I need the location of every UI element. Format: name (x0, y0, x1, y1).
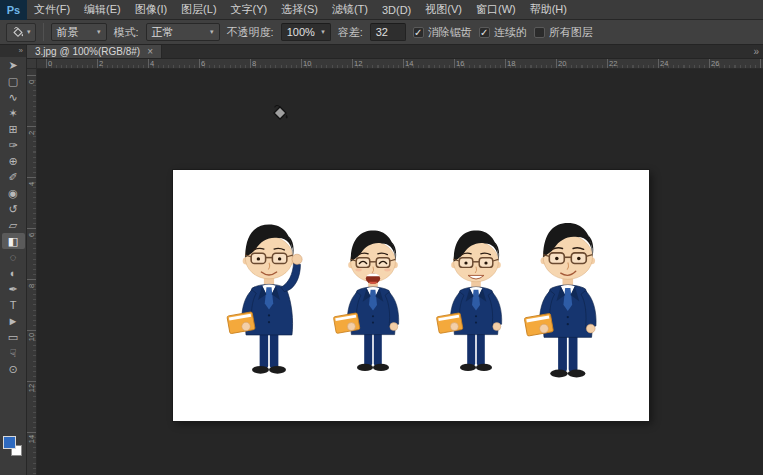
cartoon-businessman-4 (524, 223, 596, 377)
ruler-label: 0 (48, 59, 52, 68)
blur-tool-icon: ◌ (10, 251, 17, 263)
document-tab-bar: 3.jpg @ 100%(RGB/8#) × » (27, 45, 763, 59)
menu-view[interactable]: 视图(V) (418, 0, 469, 20)
brush-tool[interactable]: ✐ (2, 169, 25, 185)
ruler-label: 26 (711, 59, 719, 68)
healing-brush-tool-icon: ⊕ (8, 155, 17, 168)
tool-preset-picker[interactable]: ▾ (6, 23, 36, 42)
all-layers-checkbox-box[interactable] (534, 27, 545, 38)
chevron-down-icon: ▾ (210, 28, 214, 36)
canvas-area[interactable] (37, 69, 763, 475)
ruler-label: 6 (201, 59, 205, 68)
ruler-label: 12 (354, 59, 362, 68)
ruler-label: 10 (27, 328, 37, 346)
cartoon-businessman-2 (333, 231, 398, 371)
ruler-label: 20 (558, 59, 566, 68)
healing-brush-tool[interactable]: ⊕ (2, 153, 25, 169)
history-brush-tool-icon: ↺ (8, 203, 17, 216)
photoshop-window: Ps 文件(F) 编辑(E) 图像(I) 图层(L) 文字(Y) 选择(S) 滤… (0, 0, 763, 475)
tab-overflow-icon[interactable]: » (753, 45, 759, 59)
horizontal-ruler[interactable]: 0 2 4 6 8 10 12 14 16 18 20 22 24 26 (37, 59, 763, 69)
foreground-color-swatch[interactable] (3, 436, 16, 449)
zoom-tool[interactable]: ⊙ (2, 361, 25, 377)
shape-tool[interactable]: ▭ (2, 329, 25, 345)
fill-source-value: 前景 (57, 25, 79, 40)
menu-3d[interactable]: 3D(D) (375, 0, 418, 20)
opacity-input[interactable]: 100% ▾ (281, 23, 331, 41)
chevron-down-icon: ▾ (97, 28, 101, 36)
paint-bucket-tool[interactable]: ◧ (2, 233, 25, 249)
color-swatches (2, 435, 25, 459)
eyedropper-tool-icon: ✑ (8, 139, 17, 152)
chevron-down-icon: ▾ (321, 28, 325, 36)
ruler-label: 24 (660, 59, 668, 68)
dodge-tool[interactable]: ◐ (2, 265, 25, 281)
ruler-label: 14 (27, 430, 37, 448)
all-layers-checkbox[interactable]: 所有图层 (534, 25, 593, 40)
move-tool[interactable]: ➤ (2, 57, 25, 73)
menu-layer[interactable]: 图层(L) (174, 0, 223, 20)
open-document-image[interactable] (173, 170, 649, 421)
contiguous-checkbox-box[interactable]: ✓ (479, 27, 490, 38)
clone-stamp-tool-icon: ◉ (8, 187, 18, 200)
fill-source-dropdown[interactable]: 前景 ▾ (51, 23, 107, 41)
menu-file[interactable]: 文件(F) (27, 0, 77, 20)
type-tool[interactable]: T (2, 297, 25, 313)
toolbar-collapse-icon[interactable]: » (0, 45, 26, 57)
contiguous-checkbox[interactable]: ✓ 连续的 (479, 25, 527, 40)
ruler-label: 4 (27, 175, 37, 193)
crop-tool-icon: ⊞ (8, 123, 17, 136)
businessmen-illustration (173, 170, 649, 421)
eyedropper-tool[interactable]: ✑ (2, 137, 25, 153)
antialias-checkbox-box[interactable]: ✓ (413, 27, 424, 38)
tools-panel: » ➤ ▢ ∿ ✶ ⊞ ✑ ⊕ ✐ ◉ ↺ ▱ ◧ ◌ ◐ ✒ T ► ▭ ☟ … (0, 45, 27, 475)
zoom-tool-icon: ⊙ (8, 363, 17, 376)
lasso-tool[interactable]: ∿ (2, 89, 25, 105)
all-layers-label: 所有图层 (549, 25, 593, 40)
type-tool-icon: T (10, 299, 17, 311)
mode-value: 正常 (152, 25, 174, 40)
ruler-label: 22 (609, 59, 617, 68)
photoshop-logo: Ps (0, 0, 27, 20)
pen-tool-icon: ✒ (8, 283, 17, 296)
menu-help[interactable]: 帮助(H) (523, 0, 574, 20)
antialias-checkbox[interactable]: ✓ 消除锯齿 (413, 25, 472, 40)
cartoon-businessman-3 (436, 231, 501, 371)
tool-options-bar: ▾ 前景 ▾ 模式: 正常 ▾ 不透明度: 100% ▾ 容差: 32 ✓ 消除… (0, 20, 763, 45)
ruler-label: 4 (150, 59, 154, 68)
crop-tool[interactable]: ⊞ (2, 121, 25, 137)
clone-stamp-tool[interactable]: ◉ (2, 185, 25, 201)
ruler-label: 8 (27, 277, 37, 295)
close-icon[interactable]: × (147, 46, 153, 57)
ruler-label: 16 (456, 59, 464, 68)
menu-type[interactable]: 文字(Y) (224, 0, 275, 20)
cartoon-businessman-1 (227, 224, 302, 373)
menu-filter[interactable]: 滤镜(T) (325, 0, 375, 20)
hand-tool[interactable]: ☟ (2, 345, 25, 361)
eraser-tool-icon: ▱ (9, 219, 17, 232)
tolerance-input[interactable]: 32 (370, 23, 406, 41)
eraser-tool[interactable]: ▱ (2, 217, 25, 233)
mode-dropdown[interactable]: 正常 ▾ (146, 23, 220, 41)
menu-image[interactable]: 图像(I) (128, 0, 174, 20)
ruler-label: 2 (99, 59, 103, 68)
menu-edit[interactable]: 编辑(E) (77, 0, 128, 20)
menu-bar: Ps 文件(F) 编辑(E) 图像(I) 图层(L) 文字(Y) 选择(S) 滤… (0, 0, 763, 20)
document-tab-title: 3.jpg @ 100%(RGB/8#) (35, 46, 140, 57)
pen-tool[interactable]: ✒ (2, 281, 25, 297)
document-tab[interactable]: 3.jpg @ 100%(RGB/8#) × (27, 45, 162, 58)
marquee-tool[interactable]: ▢ (2, 73, 25, 89)
magic-wand-tool[interactable]: ✶ (2, 105, 25, 121)
paint-bucket-preset-icon (11, 26, 25, 38)
opacity-label: 不透明度: (227, 25, 274, 40)
history-brush-tool[interactable]: ↺ (2, 201, 25, 217)
blur-tool[interactable]: ◌ (2, 249, 25, 265)
menu-select[interactable]: 选择(S) (274, 0, 325, 20)
chevron-down-icon: ▾ (27, 28, 31, 36)
mode-label: 模式: (114, 25, 139, 40)
paint-bucket-tool-icon: ◧ (8, 235, 18, 248)
options-separator (43, 23, 44, 41)
menu-window[interactable]: 窗口(W) (469, 0, 523, 20)
path-selection-tool[interactable]: ► (2, 313, 25, 329)
vertical-ruler[interactable]: 0 2 4 6 8 10 12 14 (27, 69, 37, 475)
